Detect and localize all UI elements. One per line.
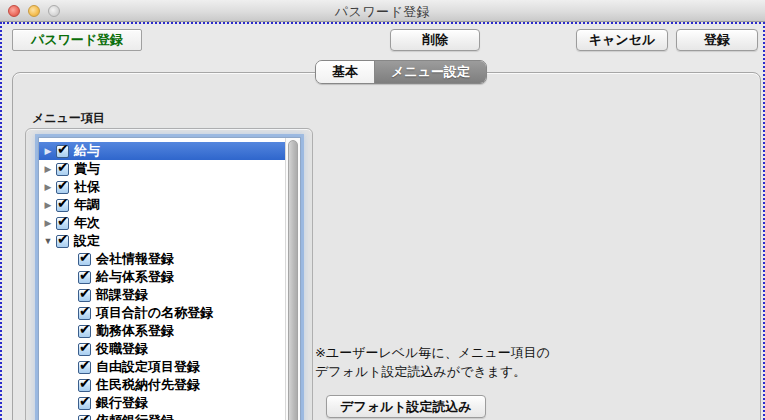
tree-row[interactable]: 役職登録 — [39, 340, 285, 358]
window-title: パスワード登録 — [0, 3, 765, 21]
tree-item-label: 勤務体系登録 — [96, 322, 174, 340]
tree-row[interactable]: ▶賞与 — [39, 160, 285, 178]
item-checkbox[interactable] — [78, 307, 91, 320]
tab-basic[interactable]: 基本 — [316, 61, 375, 83]
load-default-settings-button[interactable]: デフォルト設定読込み — [326, 395, 486, 418]
register-button[interactable]: 登録 — [676, 29, 758, 51]
tree-row[interactable]: 銀行登録 — [39, 394, 285, 412]
menu-tree-rows: ▶給与▶賞与▶社保▶年調▶年次▼設定会社情報登録給与体系登録部課登録項目合計の名… — [39, 142, 285, 420]
tree-item-label: 会社情報登録 — [96, 250, 174, 268]
tree-item-label: 設定 — [74, 232, 100, 250]
tree-item-label: 役職登録 — [96, 340, 148, 358]
tree-item-label: 銀行登録 — [96, 394, 148, 412]
item-checkbox[interactable] — [78, 361, 91, 374]
tree-item-label: 自由設定項目登録 — [96, 358, 200, 376]
tree-row[interactable]: 自由設定項目登録 — [39, 358, 285, 376]
item-checkbox[interactable] — [78, 253, 91, 266]
disclosure-right-icon[interactable]: ▶ — [42, 160, 54, 178]
scrollbar-thumb[interactable] — [288, 140, 298, 420]
tree-row[interactable]: 依頼銀行登録 — [39, 412, 285, 420]
menu-tree[interactable]: ▶給与▶賞与▶社保▶年調▶年次▼設定会社情報登録給与体系登録部課登録項目合計の名… — [38, 137, 301, 420]
item-checkbox[interactable] — [78, 415, 91, 420]
password-registration-label-button[interactable]: パスワード登録 — [12, 29, 142, 51]
item-checkbox[interactable] — [56, 145, 69, 158]
tree-row[interactable]: ▼設定 — [39, 232, 285, 250]
titlebar: パスワード登録 — [0, 0, 765, 22]
tree-row[interactable]: 部課登録 — [39, 286, 285, 304]
disclosure-right-icon[interactable]: ▶ — [42, 196, 54, 214]
note-line-2: デフォルト設定読込みができます。 — [315, 362, 645, 381]
tab-bar: 基本 メニュー設定 — [315, 60, 487, 84]
disclosure-right-icon[interactable]: ▶ — [42, 142, 54, 160]
tree-row[interactable]: ▶年次 — [39, 214, 285, 232]
tree-row[interactable]: ▶社保 — [39, 178, 285, 196]
tree-item-label: 項目合計の名称登録 — [96, 304, 213, 322]
tree-item-label: 依頼銀行登録 — [96, 412, 174, 420]
item-checkbox[interactable] — [78, 397, 91, 410]
item-checkbox[interactable] — [56, 235, 69, 248]
delete-button[interactable]: 削除 — [390, 29, 480, 51]
tree-row[interactable]: 会社情報登録 — [39, 250, 285, 268]
form-area: パスワード登録 削除 キャンセル 登録 基本 メニュー設定 メニュー項目 ▶給与… — [0, 22, 765, 420]
tree-row[interactable]: ▶年調 — [39, 196, 285, 214]
item-checkbox[interactable] — [56, 163, 69, 176]
item-checkbox[interactable] — [78, 379, 91, 392]
item-checkbox[interactable] — [56, 217, 69, 230]
vertical-scrollbar[interactable] — [285, 138, 300, 420]
note-line-1: ※ユーザーレベル毎に、メニュー項目の — [315, 343, 645, 362]
disclosure-right-icon[interactable]: ▶ — [42, 214, 54, 232]
tree-row[interactable]: 住民税納付先登録 — [39, 376, 285, 394]
item-checkbox[interactable] — [78, 289, 91, 302]
default-settings-note: ※ユーザーレベル毎に、メニュー項目の デフォルト設定読込みができます。 — [315, 343, 645, 381]
tab-menu-settings[interactable]: メニュー設定 — [375, 61, 486, 83]
password-registration-window: パスワード登録 パスワード登録 削除 キャンセル 登録 基本 メニュー設定 メニ… — [0, 0, 765, 420]
item-checkbox[interactable] — [78, 271, 91, 284]
cancel-button[interactable]: キャンセル — [576, 29, 668, 51]
disclosure-down-icon[interactable]: ▼ — [42, 232, 54, 250]
item-checkbox[interactable] — [78, 343, 91, 356]
menu-items-label: メニュー項目 — [32, 110, 105, 127]
tree-item-label: 給与体系登録 — [96, 268, 174, 286]
tree-row[interactable]: ▶給与 — [39, 142, 285, 160]
tree-item-label: 年次 — [74, 214, 100, 232]
item-checkbox[interactable] — [56, 181, 69, 194]
tree-item-label: 部課登録 — [96, 286, 148, 304]
tree-item-label: 賞与 — [74, 160, 100, 178]
disclosure-right-icon[interactable]: ▶ — [42, 178, 54, 196]
tree-item-label: 社保 — [74, 178, 100, 196]
item-checkbox[interactable] — [78, 325, 91, 338]
tree-item-label: 年調 — [74, 196, 100, 214]
tree-row[interactable]: 給与体系登録 — [39, 268, 285, 286]
tree-item-label: 住民税納付先登録 — [96, 376, 200, 394]
tree-row[interactable]: 項目合計の名称登録 — [39, 304, 285, 322]
item-checkbox[interactable] — [56, 199, 69, 212]
tree-row[interactable]: 勤務体系登録 — [39, 322, 285, 340]
tree-item-label: 給与 — [74, 142, 100, 160]
